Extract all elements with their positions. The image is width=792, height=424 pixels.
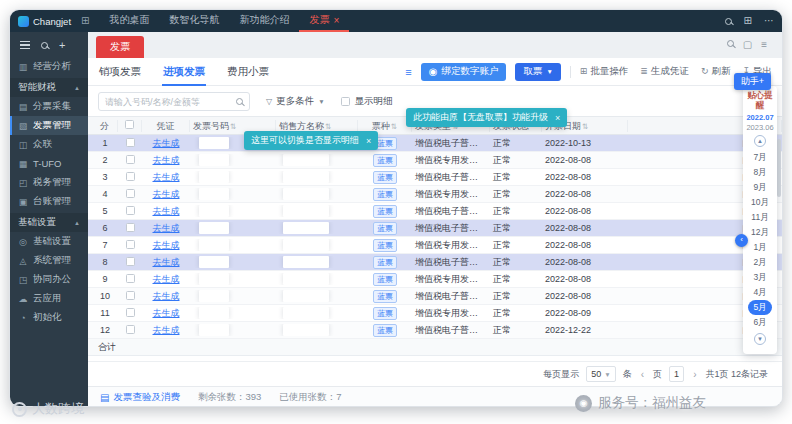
table-row[interactable]: 5去生成蓝票增值税电子普…正常2022-08-08▤⊖ bbox=[88, 203, 782, 220]
table-row[interactable]: 7去生成蓝票增值税专用发…正常2022-08-08▤⊖ bbox=[88, 237, 782, 254]
sidebar-item[interactable]: ◎基础设置 bbox=[10, 232, 88, 251]
toolbar-action-button[interactable]: ↻刷新 bbox=[701, 65, 731, 78]
month-item[interactable]: 7月 bbox=[748, 150, 771, 165]
row-checkbox[interactable] bbox=[126, 223, 135, 232]
scroll-up-icon[interactable]: ▲ bbox=[754, 135, 766, 147]
table-row[interactable]: 11去生成蓝票增值税专用发…正常2022-08-09▤⊖ bbox=[88, 305, 782, 322]
fullscreen-icon[interactable]: ▢ bbox=[743, 40, 752, 50]
sidebar-item[interactable]: ◫众联 bbox=[10, 135, 88, 154]
month-item[interactable]: 1月 bbox=[748, 240, 771, 255]
generate-voucher-link[interactable]: 去生成 bbox=[153, 172, 180, 182]
invoice-tab[interactable]: 进项发票 bbox=[162, 58, 206, 86]
search-box[interactable] bbox=[98, 92, 250, 111]
close-icon[interactable]: × bbox=[555, 113, 560, 123]
toolbar-action-button[interactable]: ≣生成凭证 bbox=[640, 65, 689, 78]
top-tab[interactable]: 我的桌面 bbox=[99, 10, 159, 32]
panel-collapse-handle[interactable]: ‹ bbox=[735, 234, 748, 247]
prev-page-button[interactable]: ‹ bbox=[639, 369, 646, 380]
close-icon[interactable]: × bbox=[366, 136, 371, 146]
row-checkbox[interactable] bbox=[126, 308, 135, 317]
month-item[interactable]: 3月 bbox=[748, 270, 771, 285]
sort-icon[interactable]: ⇅ bbox=[391, 122, 397, 131]
month-item[interactable]: 4月 bbox=[748, 285, 771, 300]
fetch-invoice-button[interactable]: 取票 ▼ bbox=[515, 63, 560, 81]
sort-icon[interactable]: ⇅ bbox=[230, 122, 236, 131]
list-toggle-icon[interactable]: ≡ bbox=[405, 66, 411, 78]
month-item[interactable]: 10月 bbox=[746, 195, 774, 210]
row-checkbox[interactable] bbox=[126, 138, 135, 147]
top-tab[interactable]: 发票× bbox=[299, 10, 349, 32]
sidebar-item[interactable]: ▣台账管理 bbox=[10, 192, 88, 211]
invoice-tab[interactable]: 费用小票 bbox=[226, 58, 270, 86]
month-item[interactable]: 9月 bbox=[748, 180, 771, 195]
strip-search-icon[interactable] bbox=[727, 40, 734, 47]
month-item[interactable]: 12月 bbox=[746, 225, 774, 240]
search-icon[interactable] bbox=[236, 98, 243, 105]
menu-icon[interactable] bbox=[20, 41, 30, 49]
apps-grid-icon[interactable]: ⊞ bbox=[81, 16, 89, 26]
select-all-checkbox[interactable] bbox=[125, 120, 134, 129]
row-checkbox[interactable] bbox=[126, 240, 135, 249]
generate-voucher-link[interactable]: 去生成 bbox=[153, 308, 180, 318]
sidebar-section[interactable]: 智能财税▲ bbox=[10, 78, 88, 97]
table-row[interactable]: 8去生成蓝票增值税电子普…正常2022-08-08▤⊖ bbox=[88, 254, 782, 271]
row-checkbox[interactable] bbox=[126, 291, 135, 300]
show-detail-checkbox[interactable] bbox=[341, 97, 350, 106]
sidebar-section[interactable]: 基础设置▲ bbox=[10, 213, 88, 232]
row-checkbox[interactable] bbox=[126, 257, 135, 266]
generate-voucher-link[interactable]: 去生成 bbox=[153, 257, 180, 267]
table-row[interactable]: 2去生成蓝票增值税专用发…正常2022-08-08▤⊖ bbox=[88, 152, 782, 169]
toolbar-action-button[interactable]: ⊞批量操作 bbox=[580, 65, 629, 78]
header-kind[interactable]: 票种⇅ bbox=[358, 120, 412, 132]
search-icon[interactable] bbox=[725, 18, 732, 25]
month-item[interactable]: 8月 bbox=[748, 165, 771, 180]
scrollbar-thumb[interactable] bbox=[777, 139, 781, 197]
row-checkbox[interactable] bbox=[126, 206, 135, 215]
sidebar-item[interactable]: ▥经营分析 bbox=[10, 57, 88, 76]
more-icon[interactable]: ⋯ bbox=[764, 16, 774, 26]
bind-digital-account-button[interactable]: ◉ 绑定数字账户 bbox=[421, 63, 507, 81]
apps-icon[interactable]: ⊞ bbox=[744, 16, 752, 26]
sidebar-item[interactable]: ▦T-UFO bbox=[10, 154, 88, 173]
month-item[interactable]: 6月 bbox=[748, 315, 771, 330]
table-row[interactable]: 4去生成蓝票增值税专用发…正常2022-08-08▤⊖ bbox=[88, 186, 782, 203]
sidebar-item[interactable]: ▧发票管理 bbox=[10, 116, 88, 135]
row-checkbox[interactable] bbox=[126, 189, 135, 198]
scroll-down-icon[interactable]: ▼ bbox=[754, 333, 766, 345]
sidebar-search-icon[interactable] bbox=[41, 42, 48, 49]
top-tab[interactable]: 新功能介绍 bbox=[229, 10, 299, 32]
sidebar-item[interactable]: ◰税务管理 bbox=[10, 173, 88, 192]
invoice-tab[interactable]: 销项发票 bbox=[98, 58, 142, 86]
table-row[interactable]: 6去生成蓝票增值税电子普…正常2022-08-08▤⊖ bbox=[88, 220, 782, 237]
row-checkbox[interactable] bbox=[126, 325, 135, 334]
generate-voucher-link[interactable]: 去生成 bbox=[153, 240, 180, 250]
top-tab[interactable]: 数智化导航 bbox=[159, 10, 229, 32]
generate-voucher-link[interactable]: 去生成 bbox=[153, 155, 180, 165]
row-checkbox[interactable] bbox=[126, 274, 135, 283]
generate-voucher-link[interactable]: 去生成 bbox=[153, 291, 180, 301]
month-item[interactable]: 2月 bbox=[748, 255, 771, 270]
header-seller[interactable]: 销售方名称⇅ bbox=[276, 120, 358, 132]
generate-voucher-link[interactable]: 去生成 bbox=[153, 223, 180, 233]
sort-icon[interactable]: ⇅ bbox=[325, 122, 331, 131]
table-row[interactable]: 9去生成蓝票增值税专用发…正常2022-08-08▤⊖ bbox=[88, 271, 782, 288]
sidebar-item[interactable]: ◔初始化 bbox=[10, 308, 88, 327]
header-index[interactable]: 分 bbox=[92, 120, 118, 132]
sidebar-item[interactable]: ▤分票采集 bbox=[10, 97, 88, 116]
plus-icon[interactable]: + bbox=[59, 39, 65, 51]
month-item[interactable]: 11月 bbox=[746, 210, 773, 225]
show-detail-toggle[interactable]: 显示明细 bbox=[341, 95, 393, 108]
close-icon[interactable]: × bbox=[333, 15, 339, 26]
sort-icon[interactable]: ⇅ bbox=[582, 122, 588, 131]
invoice-check-link[interactable]: ▤ 发票查验及消费 bbox=[100, 391, 180, 404]
generate-voucher-link[interactable]: 去生成 bbox=[153, 206, 180, 216]
generate-voucher-link[interactable]: 去生成 bbox=[153, 325, 180, 335]
header-voucher[interactable]: 凭证 bbox=[142, 120, 190, 132]
table-row[interactable]: 12去生成蓝票增值税电子普…正常2022-12-22▤⊖ bbox=[88, 322, 782, 339]
sidebar-item[interactable]: ◳协同办公 bbox=[10, 270, 88, 289]
header-invoice-no[interactable]: 发票号码⇅ bbox=[190, 120, 276, 132]
sidebar-item[interactable]: ☁云应用 bbox=[10, 289, 88, 308]
assistant-button[interactable]: 助手+ bbox=[734, 73, 771, 90]
sidebar-item[interactable]: ◬系统管理 bbox=[10, 251, 88, 270]
row-checkbox[interactable] bbox=[126, 172, 135, 181]
